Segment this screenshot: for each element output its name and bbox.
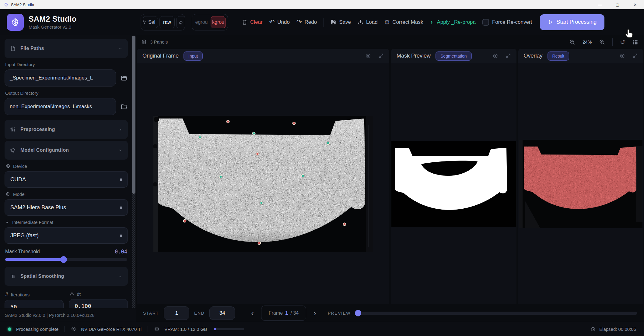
- start-label: START: [143, 311, 159, 316]
- start-processing-button[interactable]: Start Processing: [540, 14, 604, 30]
- draw-tool-button[interactable]: raw: [159, 16, 175, 28]
- previous-frame-button[interactable]: ‹: [249, 309, 256, 317]
- load-button[interactable]: Load: [358, 19, 378, 25]
- panel-header: Mask Preview Segmentation: [391, 49, 516, 63]
- device-label: Device: [5, 164, 127, 169]
- redo-button[interactable]: ↷ Redo: [296, 19, 317, 25]
- gpu-gear-icon: [71, 327, 76, 332]
- positive-point-marker[interactable]: [198, 136, 201, 139]
- input-badge: Input: [184, 51, 203, 61]
- start-frame-input[interactable]: 1: [164, 306, 189, 320]
- browse-input-folder-icon[interactable]: [120, 75, 128, 81]
- divider: [65, 326, 65, 332]
- mask-image[interactable]: [391, 141, 516, 227]
- plus-circle-icon: ⊕: [384, 19, 390, 25]
- mask-threshold-label: Mask Threshold: [5, 249, 40, 254]
- clear-button[interactable]: Clear: [242, 19, 263, 25]
- negative-point-marker[interactable]: [343, 222, 346, 226]
- panel-mask-preview: Mask Preview Segmentation: [391, 49, 516, 304]
- chevron-down-icon: [118, 274, 122, 278]
- scrollbar-thumb[interactable]: [132, 36, 135, 194]
- positive-point-marker[interactable]: [327, 141, 330, 145]
- slider-thumb[interactable]: [60, 256, 67, 263]
- play-icon: [548, 19, 553, 25]
- sidebar-scrollbar[interactable]: [132, 36, 135, 308]
- undo-button[interactable]: ↶ Undo: [269, 19, 290, 25]
- intermediate-format-select[interactable]: JPEG (fast): [5, 227, 128, 244]
- dropdown-indicator: [120, 207, 122, 209]
- app-header: SAM2 Studio Mask Generator v2.0 Sel raw: [0, 9, 644, 35]
- frame-image[interactable]: [153, 116, 373, 252]
- zap-icon: [5, 220, 9, 225]
- overlay-image[interactable]: [519, 140, 642, 228]
- foreground-point-button[interactable]: egrou: [194, 16, 209, 28]
- expand-icon[interactable]: [378, 53, 384, 59]
- divider: [148, 326, 148, 332]
- negative-point-marker[interactable]: [183, 219, 186, 223]
- section-model-configuration[interactable]: Model Configuration: [5, 141, 128, 160]
- panel-header: Overlay Result: [518, 49, 643, 63]
- preview-slider-thumb[interactable]: [355, 310, 361, 316]
- dt-input[interactable]: 0.100: [69, 299, 128, 308]
- trash-icon: [242, 19, 247, 25]
- expand-icon[interactable]: [506, 53, 511, 59]
- end-frame-input[interactable]: 34: [209, 306, 235, 320]
- chevron-down-icon: [118, 47, 122, 51]
- negative-point-marker[interactable]: [292, 122, 296, 125]
- expand-icon[interactable]: [632, 53, 638, 59]
- file-icon: [10, 45, 16, 51]
- section-file-paths[interactable]: File Paths: [5, 39, 128, 58]
- chevron-right-icon: [118, 128, 122, 132]
- cursor-icon: [143, 20, 147, 24]
- current-frame: 1: [285, 310, 288, 316]
- output-directory-field[interactable]: nen_Experimental\Images_L\masks: [5, 98, 116, 115]
- vram-progress: [214, 328, 244, 330]
- background-point-button[interactable]: kgrou: [211, 16, 226, 28]
- negative-point-marker[interactable]: [257, 241, 261, 245]
- toolbar: Sel raw Er egrou kgrou: [141, 14, 644, 30]
- model-select[interactable]: SAM2 Hiera Base Plus: [5, 199, 128, 216]
- mask-threshold-slider[interactable]: [5, 258, 127, 261]
- section-preprocessing[interactable]: Preprocessing: [5, 120, 128, 139]
- iterations-input[interactable]: 50: [5, 300, 64, 308]
- positive-point-marker[interactable]: [260, 201, 263, 205]
- zoom-out-icon[interactable]: [569, 39, 575, 45]
- select-tool-button[interactable]: Sel: [143, 16, 158, 28]
- correct-mask-button[interactable]: ⊕ Correct Mask: [384, 19, 423, 25]
- erase-tool-button[interactable]: Er: [176, 16, 185, 28]
- browse-output-folder-icon[interactable]: [120, 103, 128, 110]
- sidebar: File Paths Input Directory _Specimen_Exp…: [0, 35, 136, 322]
- positive-point-marker[interactable]: [252, 132, 256, 135]
- undo-icon: ↶: [269, 19, 275, 25]
- eye-icon[interactable]: [365, 53, 371, 59]
- divider: [242, 308, 242, 318]
- panel-count-label: 3 Panels: [150, 39, 168, 44]
- positive-point-marker[interactable]: [219, 175, 222, 178]
- apply-repropagate-button[interactable]: Apply _Re-propa: [430, 19, 476, 25]
- reset-view-icon[interactable]: ↺: [620, 38, 625, 46]
- positive-point-marker[interactable]: [301, 174, 305, 178]
- eye-icon[interactable]: [492, 53, 498, 59]
- toolbar-divider: [235, 18, 235, 27]
- negative-point-marker[interactable]: [256, 152, 259, 156]
- device-select[interactable]: CUDA: [5, 171, 128, 188]
- next-frame-button[interactable]: ›: [311, 309, 319, 317]
- grid-icon[interactable]: [632, 39, 638, 45]
- close-button[interactable]: ✕: [626, 0, 644, 9]
- intermediate-format-label: Intermediate Format: [5, 220, 127, 225]
- hash-icon: #: [5, 292, 8, 298]
- eye-icon[interactable]: [619, 53, 625, 59]
- zoom-in-icon[interactable]: [599, 39, 605, 45]
- force-reconvert-checkbox[interactable]: [482, 19, 489, 26]
- dropdown-indicator: [120, 179, 122, 181]
- negative-point-marker[interactable]: [226, 120, 230, 123]
- panel-original-frame: Original Frame Input: [137, 49, 389, 304]
- section-spatial-smoothing[interactable]: Spatial Smoothing: [5, 267, 128, 286]
- maximize-button[interactable]: ▢: [609, 0, 626, 9]
- minimize-button[interactable]: —: [591, 0, 609, 9]
- preview-slider[interactable]: [355, 312, 637, 315]
- zap-icon: [430, 19, 434, 25]
- eraser-icon: [178, 20, 183, 25]
- input-directory-field[interactable]: _Specimen_Experimental\Images_L: [5, 69, 116, 87]
- save-button[interactable]: Save: [331, 19, 351, 25]
